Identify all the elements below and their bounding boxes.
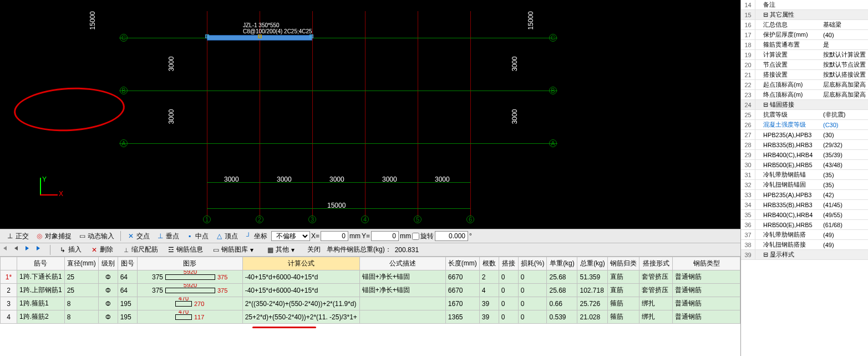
property-row[interactable]: 17保护层厚度(mm)(40) <box>741 30 868 40</box>
prop-value[interactable]: (41/45) <box>821 202 868 208</box>
snap-apex[interactable]: △顶点 <box>212 230 241 242</box>
col-type[interactable]: 钢筋类型 <box>673 257 740 270</box>
property-row[interactable]: 24⊟ 锚固搭接 <box>741 100 868 110</box>
scale-button[interactable]: ⟂缩尺配筋 <box>119 244 161 255</box>
cell-dia[interactable]: 8 <box>64 310 98 324</box>
property-row[interactable]: 35HRB400(C),HRB4(49/55) <box>741 210 868 220</box>
cell-uw[interactable]: 25.68 <box>547 270 577 284</box>
col-calc[interactable]: 计算公式 <box>242 257 359 270</box>
cell-name[interactable]: 1跨.箍筋2 <box>17 310 65 324</box>
col-shape[interactable]: 图形 <box>137 257 242 270</box>
prop-value[interactable]: (C30) <box>821 122 868 128</box>
cell-cnt[interactable]: 4 <box>479 284 499 297</box>
property-row[interactable]: 31冷轧带肋钢筋锚(35) <box>741 170 868 180</box>
property-row[interactable]: 14备注 <box>741 0 868 10</box>
cell-shape[interactable]: 3755920375 <box>137 284 242 297</box>
cell-grade[interactable]: Φ <box>98 310 118 324</box>
rotate-checkbox[interactable] <box>412 233 419 240</box>
cell-cat[interactable]: 直筋 <box>608 270 639 284</box>
lib-button[interactable]: ▭钢筋图库▾ <box>209 244 260 255</box>
property-row[interactable]: 39⊟ 显示样式 <box>741 250 868 260</box>
delete-button[interactable]: ✕删除 <box>88 244 116 255</box>
table-row[interactable]: 31跨.箍筋18Φ1954702702*((350-2*40)+(550-2*4… <box>1 297 740 310</box>
prop-value[interactable]: (61/68) <box>821 222 868 228</box>
snap-perp[interactable]: ⊥垂点 <box>154 230 182 242</box>
cell-len[interactable]: 1365 <box>445 310 479 324</box>
col-code[interactable]: 图号 <box>118 257 137 270</box>
cell-lap[interactable]: 0 <box>499 270 518 284</box>
nav-first-icon[interactable] <box>3 246 11 254</box>
cell-calc[interactable]: 25+2*d)+(550-2*40))+2*(11. -25)/3*1+ <box>242 310 359 324</box>
property-row[interactable]: 20节点设置按默认节点设置 <box>741 60 868 70</box>
property-row[interactable]: 25抗震等级(非抗震) <box>741 110 868 120</box>
cell-type[interactable]: 普通钢筋 <box>673 284 740 297</box>
prop-value[interactable]: (40) <box>821 32 868 38</box>
cell-shape[interactable]: 470270 <box>137 297 242 310</box>
snap-mid[interactable]: ▪中点 <box>183 230 211 242</box>
cell-lapf[interactable]: 绑扎 <box>639 297 673 310</box>
col-len[interactable]: 长度(mm) <box>445 257 479 270</box>
prop-value[interactable]: 层底标高加梁高 <box>821 91 868 99</box>
prop-value[interactable]: (42) <box>821 192 868 198</box>
property-row[interactable]: 16汇总信息基础梁 <box>741 20 868 30</box>
prop-value[interactable]: 按默认计算设置 <box>821 51 868 59</box>
prop-value[interactable]: (49) <box>821 232 868 238</box>
cell-cnt[interactable]: 2 <box>479 270 499 284</box>
property-row[interactable]: 27HPB235(A),HPB3(30) <box>741 130 868 140</box>
col-grade[interactable]: 级别 <box>98 257 118 270</box>
property-panel[interactable]: 14备注15⊟ 其它属性16汇总信息基础梁17保护层厚度(mm)(40)18箍筋… <box>740 0 868 356</box>
property-row[interactable]: 23终点顶标高(m)层底标高加梁高 <box>741 90 868 100</box>
cell-code[interactable]: 195 <box>118 297 137 310</box>
col-name[interactable]: 筋号 <box>17 257 65 270</box>
property-row[interactable]: 37冷轧带肋钢筋搭(49) <box>741 230 868 240</box>
cell-dia[interactable]: 8 <box>64 297 98 310</box>
x-input[interactable] <box>321 231 348 241</box>
prop-value[interactable]: (35) <box>821 182 868 188</box>
property-row[interactable]: 18箍筋贯通布置是 <box>741 40 868 50</box>
property-row[interactable]: 21搭接设置按默认搭接设置 <box>741 70 868 80</box>
property-row[interactable]: 22起点顶标高(m)层底标高加梁高 <box>741 80 868 90</box>
close-button[interactable]: 关闭 <box>304 244 323 255</box>
cell-code[interactable]: 64 <box>118 284 137 297</box>
cell-type[interactable]: 普通钢筋 <box>673 310 740 324</box>
cell-cat[interactable]: 箍筋 <box>608 310 639 324</box>
prop-value[interactable]: (43/48) <box>821 162 868 168</box>
cell-name[interactable]: 1跨.箍筋1 <box>17 297 65 310</box>
cell-lapf[interactable]: 绑扎 <box>639 310 673 324</box>
cell-tw[interactable]: 51.359 <box>577 270 608 284</box>
snap-foot[interactable]: ┘坐标 <box>242 230 270 242</box>
cell-code[interactable]: 195 <box>118 310 137 324</box>
nav-next-icon[interactable] <box>26 246 33 254</box>
cell-len[interactable]: 6670 <box>445 270 479 284</box>
col-cat[interactable]: 钢筋归类 <box>608 257 639 270</box>
cell-cat[interactable]: 箍筋 <box>608 297 639 310</box>
cell-loss[interactable]: 0 <box>518 270 547 284</box>
cell-desc[interactable]: 锚固+净长+锚固 <box>359 284 445 297</box>
prop-value[interactable]: (非抗震) <box>821 111 868 119</box>
cell-grade[interactable]: Φ <box>98 270 118 284</box>
cell-desc[interactable] <box>359 297 445 310</box>
cell-dia[interactable]: 25 <box>64 284 98 297</box>
cell-shape[interactable]: 470117 <box>137 310 242 324</box>
property-row[interactable]: 15⊟ 其它属性 <box>741 10 868 20</box>
cell-grade[interactable]: Φ <box>98 284 118 297</box>
col-uw[interactable]: 单重(kg) <box>547 257 577 270</box>
info-button[interactable]: ☲钢筋信息 <box>164 244 206 255</box>
col-loss[interactable]: 损耗(%) <box>518 257 547 270</box>
cell-uw[interactable]: 25.68 <box>547 284 577 297</box>
cell-type[interactable]: 普通钢筋 <box>673 297 740 310</box>
cell-name[interactable]: 1跨.上部钢筋1 <box>17 284 65 297</box>
prop-value[interactable]: (29/32) <box>821 142 868 148</box>
grip-right[interactable] <box>309 34 313 38</box>
property-row[interactable]: 19计算设置按默认计算设置 <box>741 50 868 60</box>
property-row[interactable]: 28HRB335(B),HRB3(29/32) <box>741 140 868 150</box>
other-button[interactable]: ▦其他▾ <box>263 244 301 255</box>
cell-tw[interactable]: 21.028 <box>577 310 608 324</box>
cell-name[interactable]: 1跨.下通长筋1 <box>17 270 65 284</box>
cell-desc[interactable]: 锚固+净长+锚固 <box>359 270 445 284</box>
cell-lap[interactable]: 0 <box>499 310 518 324</box>
cell-uw[interactable]: 0.539 <box>547 310 577 324</box>
cell-cnt[interactable]: 39 <box>479 310 499 324</box>
grip-mid[interactable] <box>258 34 262 38</box>
cell-len[interactable]: 6670 <box>445 284 479 297</box>
